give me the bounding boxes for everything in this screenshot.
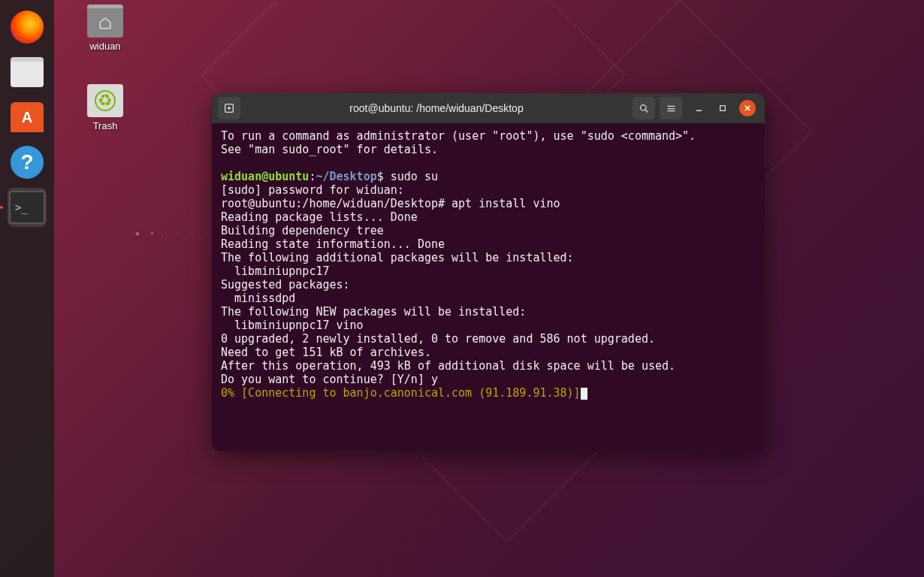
- hamburger-menu-button[interactable]: [660, 97, 682, 119]
- software-center-icon: [11, 102, 44, 132]
- dock-software[interactable]: [8, 98, 47, 137]
- out-new-pkgs: libminiupnpc17 vino: [221, 319, 364, 332]
- out-new: The following NEW packages will be insta…: [221, 305, 526, 319]
- sudo-password-line: [sudo] password for widuan:: [221, 183, 404, 197]
- terminal-body[interactable]: To run a command as administrator (user …: [212, 123, 765, 451]
- sudo-hint-2: See "man sudo_root" for details.: [221, 143, 438, 156]
- out-summary: 0 upgraded, 2 newly installed, 0 to remo…: [221, 332, 655, 346]
- minimize-button[interactable]: [691, 101, 706, 116]
- root-prompt: root@ubuntu:/home/widuan/Desktop#: [221, 197, 451, 210]
- dock-firefox[interactable]: [8, 8, 47, 47]
- maximize-button[interactable]: [715, 101, 730, 116]
- answer: y: [431, 373, 438, 386]
- new-tab-button[interactable]: [218, 97, 240, 119]
- dock-help[interactable]: ?: [8, 143, 47, 182]
- terminal-window: root@ubuntu: /home/widuan/Desktop To run…: [212, 93, 765, 451]
- sudo-hint-1: To run a command as administrator (user …: [221, 129, 696, 143]
- cursor: [581, 388, 587, 400]
- out-building: Building dependency tree: [221, 224, 384, 237]
- out-additional-pkgs: libminiupnpc17: [221, 264, 330, 278]
- dock-terminal[interactable]: >_: [8, 188, 47, 227]
- terminal-icon: >_: [9, 191, 45, 224]
- desktop-home-label: widuan: [89, 41, 120, 52]
- out-reading: Reading package lists... Done: [221, 210, 418, 224]
- svg-line-4: [645, 110, 648, 112]
- out-continue: Do you want to continue? [Y/n]: [221, 373, 431, 386]
- cmd2: apt install vino: [451, 197, 560, 210]
- svg-point-3: [640, 104, 646, 110]
- close-button[interactable]: [739, 100, 756, 116]
- desktop-home-folder[interactable]: widuan: [75, 5, 135, 52]
- out-need: Need to get 151 kB of archives.: [221, 346, 431, 359]
- window-title: root@ubuntu: /home/widuan/Desktop: [245, 102, 628, 114]
- prompt-user: widuan@ubuntu: [221, 170, 309, 183]
- prompt-path: ~/Desktop: [316, 170, 376, 183]
- trash-icon: [87, 84, 123, 117]
- firefox-icon: [11, 11, 44, 44]
- out-suggested: Suggested packages:: [221, 278, 350, 292]
- help-icon: ?: [11, 146, 44, 179]
- dock-files[interactable]: [8, 53, 47, 92]
- svg-rect-9: [720, 106, 726, 111]
- dock: ? >_: [0, 0, 54, 577]
- desktop-trash[interactable]: Trash: [75, 84, 135, 131]
- progress-line: 0% [Connecting to banjo.canonical.com (9…: [221, 386, 581, 400]
- out-state: Reading state information... Done: [221, 237, 445, 251]
- files-icon: [11, 57, 44, 87]
- out-after: After this operation, 493 kB of addition…: [221, 359, 675, 373]
- out-suggested-pkgs: minissdpd: [221, 292, 295, 305]
- cmd1: sudo su: [391, 170, 438, 183]
- search-button[interactable]: [633, 97, 655, 119]
- desktop-trash-label: Trash: [93, 120, 118, 131]
- folder-icon: [87, 5, 123, 38]
- prompt-dollar: $: [377, 170, 391, 183]
- titlebar[interactable]: root@ubuntu: /home/widuan/Desktop: [212, 93, 765, 123]
- out-additional: The following additional packages will b…: [221, 251, 574, 264]
